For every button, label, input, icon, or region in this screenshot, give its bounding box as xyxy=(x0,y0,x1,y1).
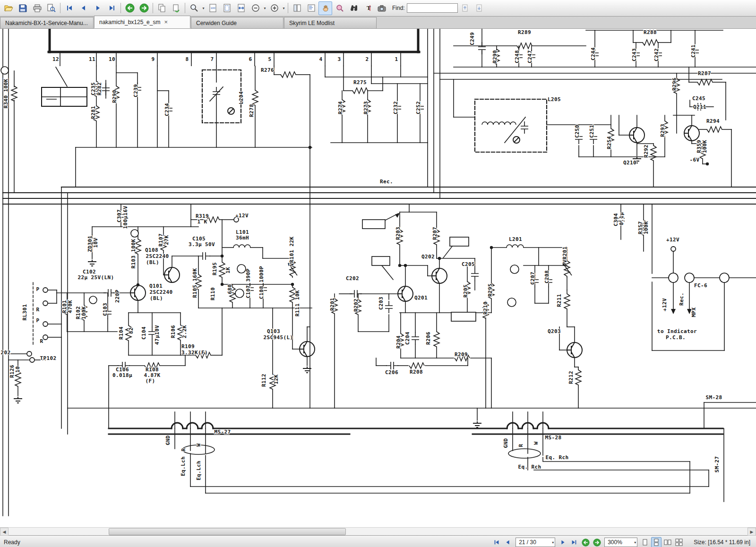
page-thumbnails-button[interactable] xyxy=(290,1,304,15)
continuous-facing-view-button[interactable] xyxy=(674,537,684,547)
document-page[interactable]: 121110987654321R340 100KR282C235R281R290… xyxy=(0,29,756,527)
tab-nakamichi-bx1-service-manual[interactable]: Nakamichi-BX-1-Service-Manu... xyxy=(0,17,94,28)
next-page-button[interactable] xyxy=(91,1,104,15)
tab-close-icon[interactable]: × xyxy=(164,19,168,25)
status-first-page-button[interactable] xyxy=(491,537,502,547)
component-label: VR201 xyxy=(562,246,568,263)
go-back-icon xyxy=(582,538,590,547)
copy-page-icon xyxy=(172,4,180,12)
select-text-button[interactable]: T xyxy=(361,1,375,15)
zoom-tool-button[interactable] xyxy=(187,1,201,15)
component-label: SM-28 xyxy=(705,394,722,401)
go-back-button[interactable] xyxy=(123,1,137,15)
component-label: R204 xyxy=(395,335,402,349)
zoom-tool-dropdown[interactable]: ▾ xyxy=(201,2,206,15)
component-label: 12K xyxy=(273,374,279,384)
component-label: 100K xyxy=(81,306,87,319)
component-label: P xyxy=(36,317,39,324)
first-page-button[interactable] xyxy=(62,1,76,15)
print-button[interactable] xyxy=(30,1,44,15)
open-button[interactable] xyxy=(2,1,16,15)
scroll-right-button[interactable]: ▶ xyxy=(747,528,756,536)
component-label: R xyxy=(36,307,39,313)
component-label: R110 xyxy=(210,287,216,300)
continuous-view-button[interactable] xyxy=(651,537,662,547)
copy-page-button[interactable] xyxy=(169,1,183,15)
component-label: R195 xyxy=(212,262,218,275)
component-label: Eq.Lch xyxy=(196,461,202,480)
zoom-out-button[interactable] xyxy=(249,1,262,15)
snapshot-pages-button[interactable] xyxy=(155,1,169,15)
component-label: R xyxy=(180,448,187,451)
status-forward-button[interactable] xyxy=(592,537,602,547)
fit-page-button[interactable] xyxy=(220,1,234,15)
component-label: Eq. Rch xyxy=(518,464,541,470)
scrollbar-thumb[interactable] xyxy=(109,528,346,535)
schematic-graphic xyxy=(398,264,401,267)
component-label: 680 xyxy=(227,284,233,294)
find-input[interactable] xyxy=(407,3,458,13)
schematic-graphic xyxy=(233,245,250,248)
zoom-in-dropdown[interactable]: ▾ xyxy=(282,2,286,15)
component-label: 3.3μ 50V xyxy=(189,241,215,248)
schematic-graphic xyxy=(131,230,138,237)
single-page-view-button[interactable] xyxy=(640,537,650,547)
print-preview-icon xyxy=(47,4,56,12)
component-label: C234 xyxy=(164,103,170,116)
schematic-graphic xyxy=(300,342,315,357)
component-label: 22μ 25V(LN) xyxy=(77,274,114,281)
schematic-graphic xyxy=(27,351,32,356)
hand-tool-button[interactable] xyxy=(318,1,332,15)
schematic-graphic xyxy=(685,273,694,282)
tab-cerwiden-guide[interactable]: Cerwiden Guide xyxy=(191,17,284,28)
tab-label: nakamichi_bx125_e_sm xyxy=(99,19,160,26)
find-next-button[interactable] xyxy=(472,1,486,15)
schematic-graphic xyxy=(382,265,393,280)
last-page-button[interactable] xyxy=(105,1,119,15)
previous-page-button[interactable] xyxy=(77,1,90,15)
find-previous-button[interactable] xyxy=(458,1,472,15)
tab-nakamichi-bx125-schematic[interactable]: nakamichi_bx125_e_sm × xyxy=(94,16,190,28)
schematic-graphic xyxy=(684,126,699,141)
chevron-down-icon: ▾ xyxy=(634,540,636,545)
component-label: RL301 xyxy=(22,304,28,320)
save-button[interactable] xyxy=(16,1,30,15)
component-label: C232 xyxy=(393,101,399,114)
status-previous-page-button[interactable] xyxy=(503,537,513,547)
component-label: MPX xyxy=(691,307,697,317)
schematic-graphic xyxy=(451,312,476,321)
snapshot-camera-button[interactable] xyxy=(375,1,389,15)
horizontal-scrollbar[interactable]: ◀ ▶ xyxy=(0,527,756,535)
component-label: R105 160K xyxy=(192,268,198,298)
status-back-button[interactable] xyxy=(580,537,591,547)
tab-skyrim-le-modlist[interactable]: Skyrim LE Modlist xyxy=(284,17,377,28)
component-label: R109 xyxy=(181,343,195,350)
snapshot-tool-button[interactable] xyxy=(333,1,346,15)
component-label: R295 xyxy=(487,283,493,297)
snapshot-pages-icon xyxy=(158,4,166,12)
status-last-page-button[interactable] xyxy=(569,537,579,547)
scroll-left-button[interactable]: ◀ xyxy=(0,528,9,536)
component-label: 0.018μ xyxy=(112,372,132,378)
zoom-in-button[interactable] xyxy=(267,1,281,15)
zoom-level-combo[interactable]: 300% ▾ xyxy=(604,538,637,547)
first-page-icon xyxy=(66,4,73,12)
print-preview-button[interactable] xyxy=(44,1,58,15)
zoom-out-dropdown[interactable]: ▾ xyxy=(263,2,267,15)
component-label: R201 xyxy=(329,298,335,311)
status-next-page-button[interactable] xyxy=(558,537,568,547)
snapshot-camera-icon xyxy=(378,4,387,12)
bookmarks-panel-button[interactable] xyxy=(304,1,318,15)
go-forward-button[interactable] xyxy=(137,1,151,15)
page-number-combo[interactable]: 21 / 30 ▾ xyxy=(515,538,555,547)
schematic-graphic xyxy=(508,449,541,458)
actual-size-button[interactable]: 100 xyxy=(206,1,220,15)
save-icon xyxy=(19,4,27,12)
fit-width-button[interactable] xyxy=(234,1,248,15)
component-label: C243 xyxy=(631,48,637,61)
component-label: (BL) xyxy=(146,259,159,265)
facing-pages-view-button[interactable] xyxy=(662,537,673,547)
search-button[interactable] xyxy=(347,1,361,15)
component-label: C108 1000P xyxy=(258,266,265,299)
component-label: C203 xyxy=(378,297,384,310)
